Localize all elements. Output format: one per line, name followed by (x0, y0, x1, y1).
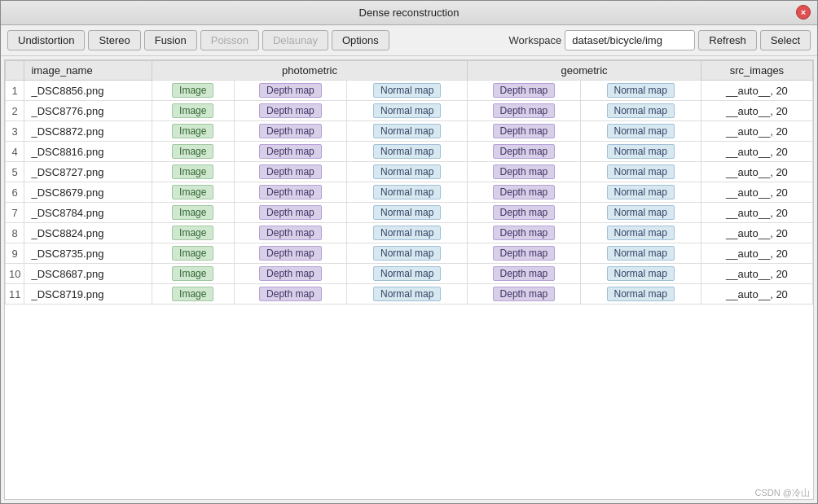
ge-depth-tag[interactable]: Depth map (493, 164, 556, 179)
table-row[interactable]: 5 _DSC8727.png Image Depth map Normal ma… (6, 162, 813, 182)
ph-normal-tag[interactable]: Normal map (373, 164, 441, 179)
ph-image-cell[interactable]: Image (152, 81, 234, 101)
ph-normal-cell[interactable]: Normal map (347, 182, 468, 203)
ge-depth-tag[interactable]: Depth map (493, 144, 556, 159)
ph-image-tag[interactable]: Image (172, 103, 213, 118)
ph-depth-cell[interactable]: Depth map (234, 264, 346, 284)
ge-depth-cell[interactable]: Depth map (468, 81, 580, 101)
refresh-button[interactable]: Refresh (698, 30, 757, 50)
ge-depth-cell[interactable]: Depth map (468, 203, 580, 223)
ph-normal-tag[interactable]: Normal map (373, 124, 441, 138)
ph-normal-tag[interactable]: Normal map (373, 246, 441, 261)
ge-normal-cell[interactable]: Normal map (580, 142, 701, 162)
ge-normal-tag[interactable]: Normal map (607, 144, 675, 159)
ge-normal-cell[interactable]: Normal map (580, 284, 701, 305)
ge-depth-tag[interactable]: Depth map (493, 185, 556, 199)
ge-depth-tag[interactable]: Depth map (493, 205, 556, 220)
stereo-button[interactable]: Stereo (88, 30, 140, 50)
ph-normal-cell[interactable]: Normal map (347, 142, 468, 162)
ge-normal-tag[interactable]: Normal map (607, 226, 675, 240)
ph-depth-cell[interactable]: Depth map (234, 121, 346, 142)
table-row[interactable]: 4 _DSC8816.png Image Depth map Normal ma… (6, 142, 813, 162)
ge-normal-cell[interactable]: Normal map (580, 162, 701, 182)
ge-depth-cell[interactable]: Depth map (468, 264, 580, 284)
ph-depth-tag[interactable]: Depth map (259, 144, 322, 159)
table-row[interactable]: 6 _DSC8679.png Image Depth map Normal ma… (6, 182, 813, 203)
ph-normal-cell[interactable]: Normal map (347, 284, 468, 305)
ge-normal-cell[interactable]: Normal map (580, 264, 701, 284)
ge-depth-cell[interactable]: Depth map (468, 223, 580, 243)
ph-depth-cell[interactable]: Depth map (234, 284, 346, 305)
ph-image-tag[interactable]: Image (172, 185, 213, 199)
ph-normal-tag[interactable]: Normal map (373, 226, 441, 240)
ph-image-cell[interactable]: Image (152, 203, 234, 223)
ph-normal-cell[interactable]: Normal map (347, 243, 468, 264)
ph-image-tag[interactable]: Image (172, 246, 213, 261)
ph-depth-tag[interactable]: Depth map (259, 287, 322, 301)
ph-depth-tag[interactable]: Depth map (259, 205, 322, 220)
ge-depth-cell[interactable]: Depth map (468, 243, 580, 264)
ge-normal-cell[interactable]: Normal map (580, 223, 701, 243)
ph-normal-tag[interactable]: Normal map (373, 103, 441, 118)
ph-image-tag[interactable]: Image (172, 124, 213, 138)
ph-image-tag[interactable]: Image (172, 266, 213, 281)
ph-image-cell[interactable]: Image (152, 284, 234, 305)
ph-normal-cell[interactable]: Normal map (347, 203, 468, 223)
ge-depth-cell[interactable]: Depth map (468, 121, 580, 142)
delaunay-button[interactable]: Delaunay (262, 30, 328, 50)
ph-depth-cell[interactable]: Depth map (234, 223, 346, 243)
ph-normal-cell[interactable]: Normal map (347, 101, 468, 121)
ge-normal-tag[interactable]: Normal map (607, 103, 675, 118)
ge-depth-cell[interactable]: Depth map (468, 182, 580, 203)
table-row[interactable]: 8 _DSC8824.png Image Depth map Normal ma… (6, 223, 813, 243)
ph-image-cell[interactable]: Image (152, 243, 234, 264)
ph-depth-cell[interactable]: Depth map (234, 101, 346, 121)
workspace-path[interactable]: dataset/bicycle/img (565, 30, 695, 50)
ph-image-tag[interactable]: Image (172, 164, 213, 179)
ge-depth-cell[interactable]: Depth map (468, 142, 580, 162)
ge-normal-cell[interactable]: Normal map (580, 203, 701, 223)
table-row[interactable]: 2 _DSC8776.png Image Depth map Normal ma… (6, 101, 813, 121)
ge-depth-tag[interactable]: Depth map (493, 103, 556, 118)
ph-image-cell[interactable]: Image (152, 264, 234, 284)
ph-normal-cell[interactable]: Normal map (347, 223, 468, 243)
ph-normal-tag[interactable]: Normal map (373, 144, 441, 159)
table-row[interactable]: 1 _DSC8856.png Image Depth map Normal ma… (6, 81, 813, 101)
ge-normal-cell[interactable]: Normal map (580, 182, 701, 203)
ge-normal-tag[interactable]: Normal map (607, 205, 675, 220)
ph-image-tag[interactable]: Image (172, 226, 213, 240)
table-row[interactable]: 9 _DSC8735.png Image Depth map Normal ma… (6, 243, 813, 264)
table-row[interactable]: 3 _DSC8872.png Image Depth map Normal ma… (6, 121, 813, 142)
ge-depth-tag[interactable]: Depth map (493, 226, 556, 240)
close-button[interactable]: × (796, 5, 811, 20)
ge-normal-tag[interactable]: Normal map (607, 246, 675, 261)
ge-depth-cell[interactable]: Depth map (468, 162, 580, 182)
ge-normal-tag[interactable]: Normal map (607, 164, 675, 179)
ph-image-cell[interactable]: Image (152, 182, 234, 203)
ph-normal-cell[interactable]: Normal map (347, 162, 468, 182)
ge-depth-tag[interactable]: Depth map (493, 124, 556, 138)
ph-depth-tag[interactable]: Depth map (259, 266, 322, 281)
select-button[interactable]: Select (760, 30, 811, 50)
ph-depth-tag[interactable]: Depth map (259, 185, 322, 199)
table-row[interactable]: 10 _DSC8687.png Image Depth map Normal m… (6, 264, 813, 284)
ph-depth-cell[interactable]: Depth map (234, 182, 346, 203)
ge-normal-tag[interactable]: Normal map (607, 266, 675, 281)
fusion-button[interactable]: Fusion (144, 30, 197, 50)
ph-depth-cell[interactable]: Depth map (234, 243, 346, 264)
table-row[interactable]: 11 _DSC8719.png Image Depth map Normal m… (6, 284, 813, 305)
ph-depth-tag[interactable]: Depth map (259, 226, 322, 240)
ph-normal-cell[interactable]: Normal map (347, 81, 468, 101)
options-button[interactable]: Options (332, 30, 389, 50)
ph-image-cell[interactable]: Image (152, 101, 234, 121)
ge-normal-cell[interactable]: Normal map (580, 121, 701, 142)
ph-image-cell[interactable]: Image (152, 223, 234, 243)
ph-normal-cell[interactable]: Normal map (347, 121, 468, 142)
ph-normal-tag[interactable]: Normal map (373, 205, 441, 220)
poisson-button[interactable]: Poisson (200, 30, 259, 50)
ph-normal-tag[interactable]: Normal map (373, 83, 441, 98)
ph-normal-tag[interactable]: Normal map (373, 266, 441, 281)
ge-depth-tag[interactable]: Depth map (493, 83, 556, 98)
ph-depth-cell[interactable]: Depth map (234, 81, 346, 101)
ge-normal-cell[interactable]: Normal map (580, 101, 701, 121)
